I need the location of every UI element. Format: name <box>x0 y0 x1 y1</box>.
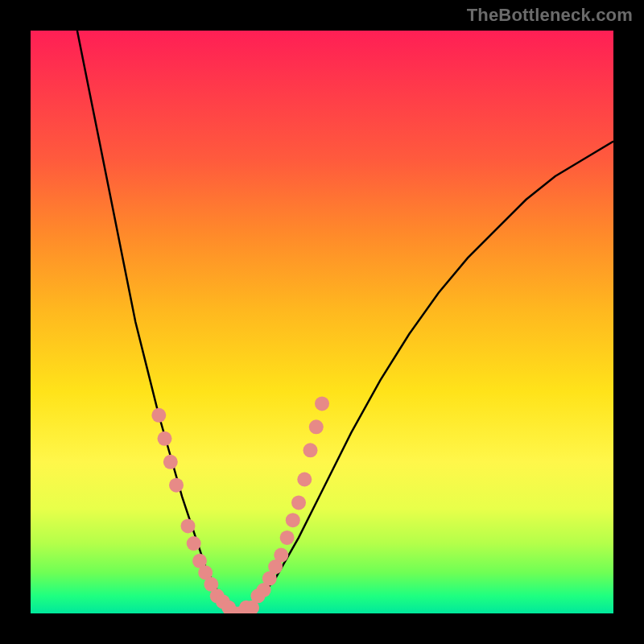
curve-marker <box>286 513 300 527</box>
curve-marker <box>291 495 306 510</box>
curve-marker <box>303 443 318 457</box>
curve-marker <box>274 548 288 563</box>
curve-marker <box>187 536 201 551</box>
curve-marker <box>309 419 324 434</box>
curve-marker <box>169 478 184 493</box>
curve-marker <box>181 518 196 533</box>
bottleneck-curve <box>77 31 613 613</box>
curve-marker <box>163 455 178 469</box>
curve-marker <box>151 408 166 423</box>
curve-marker <box>297 473 312 487</box>
bottleneck-curve-svg <box>31 31 613 613</box>
curve-markers <box>151 396 329 613</box>
watermark-text: TheBottleneck.com <box>467 5 633 26</box>
chart-frame: TheBottleneck.com <box>0 0 644 644</box>
curve-marker <box>158 431 172 446</box>
curve-group <box>77 31 613 613</box>
curve-marker <box>315 396 329 411</box>
curve-marker <box>280 530 295 545</box>
plot-area <box>31 31 613 613</box>
